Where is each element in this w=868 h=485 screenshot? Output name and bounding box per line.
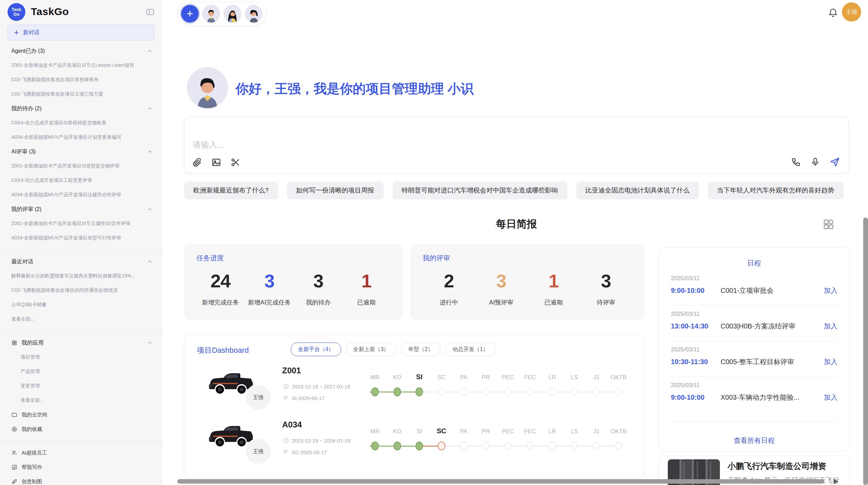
milestone-dot[interactable] xyxy=(615,388,622,396)
milestone-dot[interactable] xyxy=(415,387,423,396)
join-link[interactable]: 加入 xyxy=(824,357,837,366)
section-header-my-apps[interactable]: 我的应用 xyxy=(0,336,161,350)
conversation-item[interactable]: A034-全新新能源MUV产品开发项目造型可行性评审 xyxy=(0,231,161,245)
horizontal-scrollbar[interactable] xyxy=(177,479,824,484)
new-chat-button[interactable]: 新对话 xyxy=(8,25,154,40)
milestone-dot[interactable] xyxy=(371,442,379,450)
milestone-dot[interactable] xyxy=(527,388,533,396)
apps-view-all[interactable]: 查看全部... xyxy=(0,393,161,408)
app-item-project-mgmt[interactable]: 项目管理 xyxy=(0,350,161,364)
conversation-item[interactable]: A034-全新新能源MUV产品开发项目计划变更表编写 xyxy=(0,130,161,145)
news-title: 小鹏飞行汽车制造公司增资 xyxy=(727,461,826,472)
avatar[interactable] xyxy=(224,5,241,23)
vertical-scrollbar[interactable] xyxy=(863,217,868,485)
recent-view-all[interactable]: 查看全部... xyxy=(0,312,161,326)
milestone-dot[interactable] xyxy=(371,387,379,396)
chevron-up-icon[interactable] xyxy=(147,259,153,264)
recent-conversation[interactable]: C02-飞腾新能源轻客改款项目的闭环通告反馈情况 xyxy=(0,283,161,298)
milestone-dot[interactable] xyxy=(482,388,489,396)
milestone-dot[interactable] xyxy=(415,442,423,450)
send-icon[interactable] xyxy=(829,157,840,167)
milestone-dot[interactable] xyxy=(482,442,489,450)
conversation-item[interactable]: Z001-全新燃油皮卡产品开发项目SI节点Lesson Learn报告 xyxy=(0,58,161,73)
briefing-layout-icon[interactable] xyxy=(822,218,835,231)
add-member-button[interactable] xyxy=(181,5,199,23)
milestone-dot[interactable] xyxy=(394,442,401,450)
conversation-item[interactable]: Z001-全新燃油轻卡产品开发项目SI节点属性5D文件评审 xyxy=(0,216,161,231)
chevron-up-icon[interactable] xyxy=(147,340,153,346)
scissors-icon[interactable] xyxy=(230,157,241,167)
composer[interactable]: 请输入... xyxy=(184,116,849,173)
sidebar-item-cloud-space[interactable]: 我的云空间 xyxy=(0,408,161,422)
milestone-dot[interactable] xyxy=(460,442,467,450)
chevron-up-icon[interactable] xyxy=(147,106,153,111)
avatar[interactable] xyxy=(202,5,220,23)
milestone-dot[interactable] xyxy=(438,388,445,396)
scroll-right-arrow[interactable] xyxy=(834,479,838,484)
suggestion-chip[interactable]: 特朗普可能对进口汽车增税会对中国车企造成哪些影响 xyxy=(393,182,567,199)
conversation-item[interactable]: A034-全新新能源MUV产品开发项目法规符合性评审 xyxy=(0,188,161,202)
milestone-dot[interactable] xyxy=(549,442,556,450)
user-avatar[interactable]: 王强 xyxy=(842,2,861,22)
recent-conversation[interactable]: 公司Q3轻卡销量 xyxy=(0,298,161,312)
sidebar-collapse-icon[interactable] xyxy=(146,8,155,16)
conversation-item[interactable]: Z001-全新燃油轻卡产品开发项目SI造型提交物评审 xyxy=(0,159,161,173)
section-header-ai-review[interactable]: AI评审 (3) xyxy=(0,145,161,159)
milestone-dot[interactable] xyxy=(460,388,467,396)
app-item-change-mgmt[interactable]: 变更管理 xyxy=(0,379,161,393)
conversation-item[interactable]: C0X4-动力总成开发项目SI里程碑提交物检查 xyxy=(0,116,161,130)
milestone-dot[interactable] xyxy=(571,388,578,396)
sidebar: TaskGo TaskGo 新对话 Agent已办 (3) Z001-全新燃油皮… xyxy=(0,0,162,485)
milestone-dot[interactable] xyxy=(593,442,600,450)
milestone-dot[interactable] xyxy=(394,387,401,396)
avatar[interactable] xyxy=(245,5,263,23)
sidebar-item-favorites[interactable]: 我的收藏 xyxy=(0,422,161,436)
section-header-my-todo[interactable]: 我的待办 (2) xyxy=(0,101,161,116)
milestone-dot[interactable] xyxy=(615,442,622,450)
conversation-item[interactable]: C0X4-动力总成开发项目工程变更评审 xyxy=(0,173,161,188)
milestone-dot[interactable] xyxy=(593,388,600,396)
image-icon[interactable] xyxy=(211,157,221,167)
join-link[interactable]: 加入 xyxy=(824,322,837,331)
milestone-dot[interactable] xyxy=(549,388,556,396)
sidebar-item-help-write[interactable]: 帮我写作 xyxy=(0,460,161,474)
suggestion-chip[interactable]: 如何写一份清晰的项目周报 xyxy=(287,182,384,199)
logo-text-top: Task xyxy=(12,7,22,12)
milestone-dot[interactable] xyxy=(505,442,511,450)
composer-input[interactable]: 请输入... xyxy=(193,139,224,150)
suggestion-chip[interactable]: 比亚迪全固态电池计划具体说了什么 xyxy=(576,182,699,199)
view-all-schedule-link[interactable]: 查看所有日程 xyxy=(659,436,849,445)
section-header-my-review[interactable]: 我的评审 (2) xyxy=(0,202,161,216)
section-header-agent-done[interactable]: Agent已办 (3) xyxy=(0,44,161,58)
stats-row: 2进行中 3AI预评审 1已逾期 3待评审 xyxy=(423,269,632,307)
chevron-up-icon[interactable] xyxy=(147,207,153,212)
sidebar-item-ai-employee[interactable]: AI超级员工 xyxy=(0,446,161,460)
chevron-up-icon[interactable] xyxy=(147,149,153,154)
milestone-dot[interactable] xyxy=(527,442,533,450)
join-link[interactable]: 加入 xyxy=(824,393,837,402)
phone-icon[interactable] xyxy=(791,157,801,167)
suggestion-chip[interactable]: 当下年轻人对汽车外观有怎样的喜好趋势 xyxy=(708,182,844,199)
schedule-event: 2025/03/11 13:00-14:30 C003|H0B-方案冻结评审 加… xyxy=(671,311,837,340)
app-item-product-mgmt[interactable]: 产品管理 xyxy=(0,364,161,379)
microphone-icon[interactable] xyxy=(810,157,820,167)
chevron-up-icon[interactable] xyxy=(147,48,153,54)
sidebar-item-creative-draw[interactable]: 创意制图 xyxy=(0,474,161,485)
milestone-dot[interactable] xyxy=(438,442,445,450)
notification-bell-icon[interactable] xyxy=(828,8,838,18)
section-header-recent[interactable]: 最近对话 xyxy=(0,254,161,269)
conversation-item[interactable]: C02-飞腾新能源轻客改款项目里程碑画布 xyxy=(0,73,161,87)
conversation-item[interactable]: C02-飞腾新能源轻客改款项目立项汇报方案 xyxy=(0,87,161,101)
attachment-icon[interactable] xyxy=(192,157,202,167)
suggestion-chip[interactable]: 欧洲新规最近颁布了什么? xyxy=(184,182,278,199)
recent-conversation[interactable]: 解释最新出台的欧盟报废车法规再生塑料比例被调至15%... xyxy=(0,269,161,283)
sidebar-nav: Agent已办 (3) Z001-全新燃油皮卡产品开发项目SI节点Lesson … xyxy=(0,44,161,485)
dashboard-title: 项目Dashboard xyxy=(197,345,249,356)
join-link[interactable]: 加入 xyxy=(824,286,837,295)
tab-powertrain[interactable]: 动总开发（1） xyxy=(445,343,496,356)
tab-model-year[interactable]: 年型（2） xyxy=(401,343,441,356)
milestone-dot[interactable] xyxy=(571,442,578,450)
milestone-dot[interactable] xyxy=(505,388,511,396)
tab-new-body[interactable]: 全新上装（3） xyxy=(346,343,396,356)
tab-all-new-platform[interactable]: 全新平台（4） xyxy=(291,343,341,356)
